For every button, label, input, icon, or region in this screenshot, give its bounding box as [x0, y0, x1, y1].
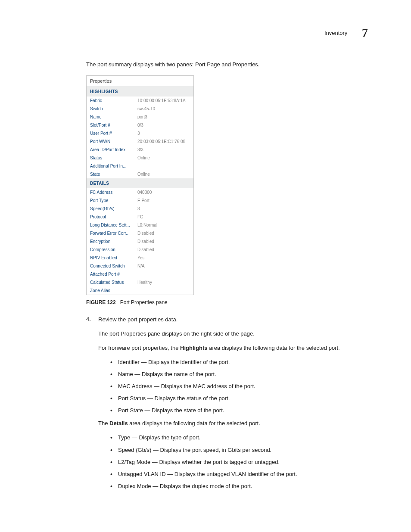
- panel-title: Properties: [87, 76, 193, 87]
- highlights-bullets: Identifier — Displays the identifier of …: [110, 358, 368, 415]
- property-value: Disabled: [137, 231, 154, 236]
- list-item: MAC Address — Displays the MAC address o…: [110, 383, 368, 390]
- property-value: Online: [137, 156, 150, 160]
- list-item: Speed (Gb/s) — Displays the port speed, …: [110, 446, 368, 454]
- property-value: Disabled: [137, 247, 154, 252]
- property-label: Protocol: [90, 215, 137, 219]
- properties-panel: Properties HIGHLIGHTS Fabric10:00:00:05:…: [86, 75, 194, 295]
- step-block: 4. Review the port properties data. The …: [86, 316, 368, 495]
- property-label: User Port #: [90, 131, 137, 136]
- property-value: L0:Normal: [137, 223, 157, 227]
- property-row: Speed(Gb/s)8: [87, 205, 193, 213]
- property-value: 10:00:00:05:1E:53:8A:1A: [137, 98, 186, 103]
- step-line-1: Review the port properties data.: [98, 316, 368, 324]
- property-value: Disabled: [137, 239, 154, 244]
- property-label: Encryption: [90, 239, 137, 244]
- page: Inventory 7 The port summary displays wi…: [0, 0, 411, 519]
- header-chapter: 7: [362, 26, 368, 39]
- property-label: Name: [90, 115, 137, 119]
- property-value: 20:03:00:05:1E:C1:76:08: [137, 139, 185, 144]
- list-item: Name — Displays the name of the port.: [110, 370, 368, 378]
- property-label: FC Address: [90, 190, 137, 195]
- details-header: DETAILS: [87, 178, 193, 188]
- property-label: Port WWN: [90, 139, 137, 144]
- property-row: Switchsw-45-10: [87, 105, 193, 113]
- property-value: F-Port: [137, 198, 149, 203]
- property-value: Online: [137, 172, 150, 177]
- property-row: Area ID/Port Index3/3: [87, 146, 193, 154]
- step-number: 4.: [86, 316, 98, 495]
- list-item: Port Status — Displays the status of the…: [110, 395, 368, 402]
- property-row: Long Distance Sett...L0:Normal: [87, 221, 193, 229]
- list-item: Type — Displays the type of port.: [110, 434, 368, 442]
- property-row: Zone Alias: [87, 286, 193, 295]
- property-label: NPIV Enabled: [90, 255, 137, 260]
- property-row: Attached Port #: [87, 270, 193, 278]
- property-row: EncryptionDisabled: [87, 237, 193, 246]
- header-section: Inventory: [324, 30, 347, 36]
- property-value: N/A: [137, 264, 145, 268]
- property-label: Switch: [90, 106, 137, 111]
- property-row: Slot/Port #0/3: [87, 121, 193, 129]
- property-value: 3: [137, 131, 140, 136]
- details-bullets: Type — Displays the type of port.Speed (…: [110, 434, 368, 490]
- property-value: sw-45-10: [137, 106, 155, 111]
- highlights-header: HIGHLIGHTS: [87, 87, 193, 96]
- property-row: ProtocolFC: [87, 213, 193, 221]
- property-label: Long Distance Sett...: [90, 223, 137, 227]
- property-row: Additional Port In...: [87, 162, 193, 170]
- property-label: Port Type: [90, 198, 137, 203]
- property-label: Fabric: [90, 98, 137, 103]
- property-row: FC Address040300: [87, 188, 193, 196]
- list-item: Untagged VLAN ID — Displays the untagged…: [110, 470, 368, 478]
- step-line-3: For Ironware port properties, the Highli…: [98, 344, 368, 352]
- highlights-list: Fabric10:00:00:05:1E:53:8A:1ASwitchsw-45…: [87, 96, 193, 178]
- property-value: 8: [137, 206, 140, 211]
- property-row: User Port #3: [87, 129, 193, 137]
- property-label: Compression: [90, 247, 137, 252]
- property-value: Healthy: [137, 280, 152, 285]
- details-list: FC Address040300Port TypeF-PortSpeed(Gb/…: [87, 188, 193, 295]
- step-line-4: The Details area displays the following …: [98, 420, 368, 428]
- figure-text: Port Properties pane: [120, 299, 168, 305]
- property-label: Area ID/Port Index: [90, 147, 137, 152]
- intro-text: The port summary displays with two panes…: [86, 61, 368, 68]
- property-label: Forward Error Corr...: [90, 231, 137, 236]
- property-row: Forward Error Corr...Disabled: [87, 229, 193, 237]
- content: The port summary displays with two panes…: [86, 61, 368, 495]
- property-value: Yes: [137, 255, 144, 260]
- property-row: CompressionDisabled: [87, 246, 193, 254]
- property-label: Calculated Status: [90, 280, 137, 285]
- property-label: Status: [90, 156, 137, 160]
- property-row: Port WWN20:03:00:05:1E:C1:76:08: [87, 137, 193, 146]
- property-row: StateOnline: [87, 170, 193, 178]
- property-label: State: [90, 172, 137, 177]
- step-body: Review the port properties data. The por…: [98, 316, 368, 495]
- figure-label: FIGURE 122: [86, 299, 116, 305]
- property-label: Speed(Gb/s): [90, 206, 137, 211]
- property-value: 0/3: [137, 123, 143, 128]
- property-label: Additional Port In...: [90, 164, 137, 168]
- list-item: Identifier — Displays the identifier of …: [110, 358, 368, 366]
- list-item: L2/Tag Mode — Displays whether the port …: [110, 458, 368, 466]
- step-line-2: The port Properties pane displays on the…: [98, 330, 368, 338]
- property-row: Calculated StatusHealthy: [87, 278, 193, 286]
- property-value: port3: [137, 115, 147, 119]
- property-value: 040300: [137, 190, 152, 195]
- page-header: Inventory 7: [43, 26, 368, 40]
- property-label: Connected Switch: [90, 264, 137, 268]
- property-label: Zone Alias: [90, 288, 137, 293]
- property-row: StatusOnline: [87, 154, 193, 162]
- list-item: Duplex Mode — Displays the duplex mode o…: [110, 482, 368, 490]
- property-row: Connected SwitchN/A: [87, 262, 193, 270]
- property-row: Port TypeF-Port: [87, 196, 193, 205]
- property-value: 3/3: [137, 147, 143, 152]
- property-row: Fabric10:00:00:05:1E:53:8A:1A: [87, 96, 193, 105]
- list-item: Port State — Displays the state of the p…: [110, 407, 368, 414]
- property-row: Nameport3: [87, 113, 193, 121]
- property-label: Attached Port #: [90, 272, 137, 277]
- property-label: Slot/Port #: [90, 123, 137, 128]
- property-value: FC: [137, 215, 143, 219]
- figure-caption: FIGURE 122 Port Properties pane: [86, 299, 368, 305]
- property-row: NPIV EnabledYes: [87, 254, 193, 262]
